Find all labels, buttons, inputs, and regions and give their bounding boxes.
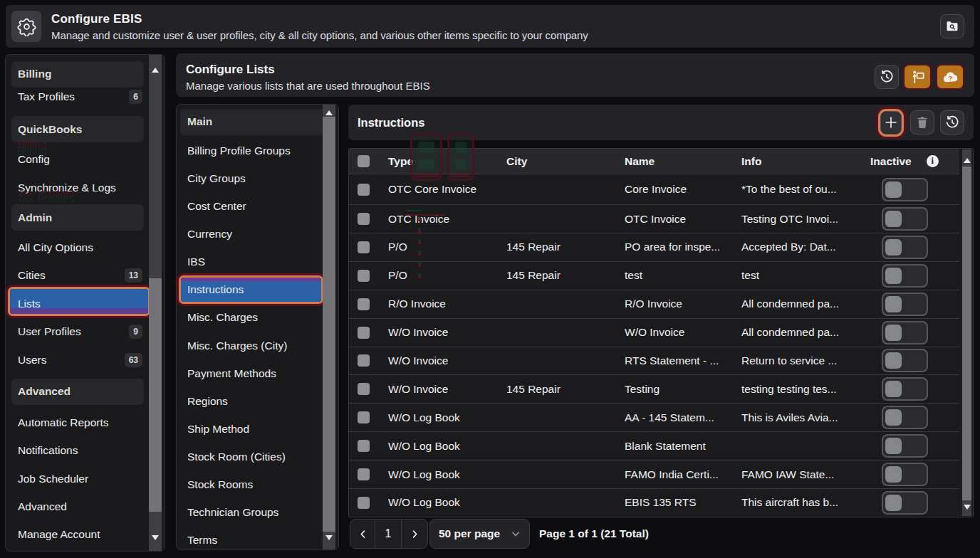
lists-help-button[interactable]: ? bbox=[936, 64, 964, 90]
sidebar-item-tax-profiles[interactable]: Tax Profiles6 bbox=[6, 83, 165, 111]
cell-info: testing testing tes... bbox=[731, 383, 860, 396]
scroll-down-icon[interactable] bbox=[149, 531, 162, 544]
inactive-toggle[interactable] bbox=[882, 207, 928, 231]
row-checkbox[interactable] bbox=[358, 383, 370, 395]
history-icon bbox=[944, 115, 960, 130]
row-checkbox[interactable] bbox=[358, 354, 370, 367]
inactive-toggle[interactable] bbox=[882, 349, 928, 372]
table-row[interactable]: OTC InvoiceOTC InvoiceTesting OTC Invoi.… bbox=[349, 204, 959, 233]
lists-item-misc-charges[interactable]: Misc. Charges bbox=[177, 304, 338, 332]
scroll-up-icon[interactable] bbox=[149, 63, 162, 76]
row-checkbox[interactable] bbox=[358, 241, 370, 253]
sidebar-item-users[interactable]: Users63 bbox=[6, 346, 165, 374]
scroll-down-icon[interactable] bbox=[323, 531, 335, 544]
row-checkbox[interactable] bbox=[358, 411, 370, 423]
table-scrollbar[interactable] bbox=[962, 149, 971, 516]
cell-type: W/O Invoice bbox=[378, 383, 496, 396]
table-row[interactable]: W/O Log BookBlank Statement bbox=[349, 431, 959, 460]
lists-tour-button[interactable] bbox=[903, 64, 932, 90]
table-row[interactable]: R/O InvoiceR/O InvoiceAll condemned pa..… bbox=[349, 290, 959, 318]
lists-item-city-groups[interactable]: City Groups bbox=[177, 164, 338, 192]
lists-item-label: Payment Methods bbox=[187, 367, 320, 380]
lists-item-regions[interactable]: Regions bbox=[177, 387, 338, 415]
lists-item-technician-groups[interactable]: Technician Groups bbox=[177, 499, 338, 527]
inactive-toggle[interactable] bbox=[882, 434, 928, 458]
instructions-history-button[interactable] bbox=[940, 110, 964, 135]
folder-search-icon bbox=[945, 19, 959, 33]
row-checkbox[interactable] bbox=[358, 327, 370, 339]
page-number-button[interactable]: 1 bbox=[375, 520, 401, 548]
inactive-toggle[interactable] bbox=[882, 406, 928, 429]
column-header-name[interactable]: Name bbox=[615, 155, 731, 168]
left-sidebar-scrollbar[interactable] bbox=[149, 55, 162, 551]
toggle-knob bbox=[885, 381, 902, 397]
row-checkbox[interactable] bbox=[358, 270, 370, 282]
lists-item-terms[interactable]: Terms bbox=[177, 527, 338, 550]
row-checkbox[interactable] bbox=[358, 184, 370, 196]
table-row[interactable]: W/O InvoiceRTS Statement - ...Return to … bbox=[349, 347, 959, 375]
sidebar-item-automatic-reports[interactable]: Automatic Reports bbox=[6, 409, 165, 436]
sidebar-item-cities[interactable]: Cities13 bbox=[6, 262, 165, 290]
scroll-up-icon[interactable] bbox=[323, 106, 335, 119]
table-row[interactable]: W/O InvoiceW/O InvoiceAll condemned pa..… bbox=[349, 318, 959, 347]
sidebar-item-advanced[interactable]: Advanced bbox=[6, 493, 165, 520]
column-header-type[interactable]: Type bbox=[378, 155, 496, 168]
table-row[interactable]: W/O Log BookEBIS 135 RTSThis aircraft ha… bbox=[349, 488, 959, 517]
column-header-city[interactable]: City bbox=[496, 155, 615, 168]
sidebar-item-config[interactable]: Config bbox=[6, 146, 165, 174]
row-checkbox[interactable] bbox=[358, 440, 370, 452]
lists-item-stock-rooms[interactable]: Stock Rooms bbox=[177, 470, 338, 498]
inactive-toggle[interactable] bbox=[882, 264, 928, 288]
scroll-down-icon[interactable] bbox=[962, 500, 971, 513]
inactive-toggle[interactable] bbox=[882, 178, 928, 201]
lists-item-billing-profile-groups[interactable]: Billing Profile Groups bbox=[177, 137, 338, 164]
folder-search-button[interactable] bbox=[940, 14, 964, 38]
sidebar-item-job-scheduler[interactable]: Job Scheduler bbox=[6, 465, 165, 493]
lists-item-ibs[interactable]: IBS bbox=[177, 248, 338, 276]
inactive-toggle[interactable] bbox=[882, 236, 928, 259]
sidebar-item-manage-account[interactable]: Manage Account bbox=[6, 521, 165, 549]
info-icon[interactable]: i bbox=[927, 155, 939, 167]
sidebar-item-user-profiles[interactable]: User Profiles9 bbox=[6, 317, 165, 345]
lists-item-cost-center[interactable]: Cost Center bbox=[177, 192, 338, 220]
table-row[interactable]: W/O Invoice145 RepairTestingtesting test… bbox=[349, 374, 959, 403]
inactive-toggle[interactable] bbox=[882, 321, 928, 344]
add-button[interactable] bbox=[880, 111, 902, 135]
column-header-inactive[interactable]: Inactive bbox=[870, 155, 912, 168]
sidebar-item-notifications[interactable]: Notifications bbox=[6, 437, 165, 465]
table-row[interactable]: W/O Log BookAA - 145 Statem...This is Av… bbox=[349, 403, 959, 431]
sidebar-item-lists[interactable]: Lists bbox=[6, 290, 165, 317]
scroll-up-icon[interactable] bbox=[962, 154, 971, 167]
lists-item-instructions[interactable]: Instructions bbox=[177, 276, 338, 304]
table-row[interactable]: P/O145 RepairPO area for inspe...Accepte… bbox=[349, 233, 959, 261]
lists-item-ship-method[interactable]: Ship Method bbox=[177, 415, 338, 443]
row-checkbox[interactable] bbox=[358, 213, 370, 225]
inactive-toggle[interactable] bbox=[882, 293, 928, 316]
prev-page-button[interactable] bbox=[350, 520, 375, 548]
row-checkbox[interactable] bbox=[358, 497, 370, 509]
delete-button[interactable] bbox=[910, 110, 934, 135]
table-row[interactable]: W/O Log BookFAMO India Certi...FAMO IAW … bbox=[349, 460, 959, 488]
table-row[interactable]: OTC Core InvoiceCore Invoice*To the best… bbox=[349, 174, 959, 204]
sidebar-item-all-city-options[interactable]: All City Options bbox=[6, 233, 165, 261]
inactive-toggle[interactable] bbox=[882, 463, 928, 486]
select-all-checkbox[interactable] bbox=[358, 155, 370, 167]
per-page-select[interactable]: 50 per page bbox=[429, 519, 530, 549]
column-header-info[interactable]: Info bbox=[731, 155, 860, 168]
row-checkbox[interactable] bbox=[358, 298, 370, 310]
table-row[interactable]: P/O145 Repairtesttest bbox=[349, 261, 959, 290]
sidebar-item-label: Tax Profiles bbox=[18, 90, 129, 103]
cell-checkbox-container bbox=[349, 327, 378, 339]
row-checkbox[interactable] bbox=[358, 468, 370, 480]
inactive-toggle[interactable] bbox=[882, 491, 928, 515]
lists-item-label: Misc. Charges (City) bbox=[187, 339, 320, 352]
lists-item-misc-charges-city[interactable]: Misc. Charges (City) bbox=[177, 332, 338, 359]
lists-history-button[interactable] bbox=[875, 65, 899, 89]
next-page-button[interactable] bbox=[401, 520, 427, 548]
inactive-toggle[interactable] bbox=[882, 377, 928, 401]
lists-item-stock-room-cities[interactable]: Stock Room (Cities) bbox=[177, 443, 338, 470]
lists-item-currency[interactable]: Currency bbox=[177, 221, 338, 248]
lists-item-payment-methods[interactable]: Payment Methods bbox=[177, 359, 338, 387]
lists-sidebar-scrollbar[interactable] bbox=[323, 105, 335, 549]
sidebar-item-synchronize-logs[interactable]: Synchronize & Logs bbox=[6, 174, 165, 201]
